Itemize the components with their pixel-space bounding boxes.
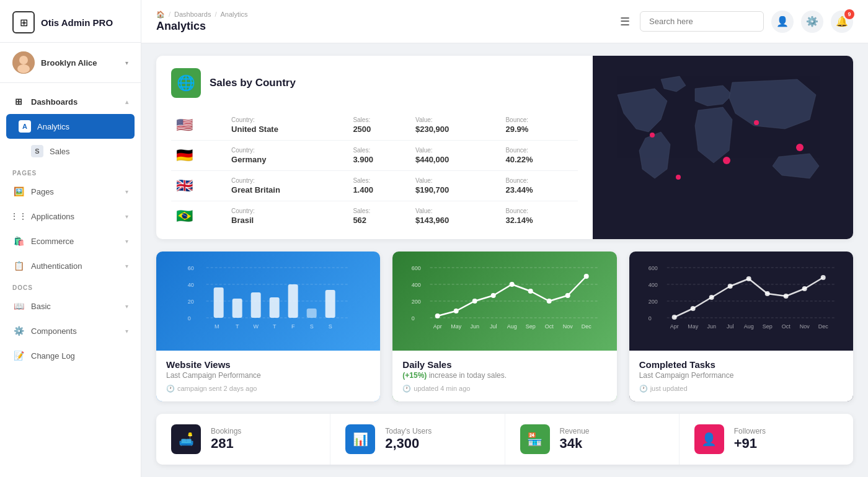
daily-sales-subtitle: (+15%) increase in today sales. xyxy=(402,371,606,380)
svg-rect-11 xyxy=(214,287,224,318)
page-title: Analytics xyxy=(156,20,206,33)
website-views-info: Website Views Last Campaign Performance … xyxy=(156,351,380,401)
table-row: 🇺🇸 Country: United State Sales: 2500 Val… xyxy=(171,110,578,141)
sidebar-item-dashboards[interactable]: ⊞ Dashboards ▴ xyxy=(0,89,141,114)
svg-point-63 xyxy=(746,276,751,281)
breadcrumb-dashboards[interactable]: Dashboards xyxy=(174,11,211,18)
value-label: Value: xyxy=(415,147,496,154)
value-amount: $230,900 xyxy=(415,125,496,134)
sidebar-item-authentication[interactable]: 📋 Authentication ▾ xyxy=(0,253,141,278)
table-row: 🇩🇪 Country: Germany Sales: 3.900 Value: … xyxy=(171,141,578,171)
sidebar: ⊞ Otis Admin PRO Brooklyn Alice ▾ ⊞ Dash… xyxy=(0,0,141,477)
bounce-rate: 29.9% xyxy=(505,125,573,134)
country-flag: 🇺🇸 xyxy=(176,117,193,133)
svg-point-59 xyxy=(671,315,676,320)
chevron-down-icon: ▾ xyxy=(125,188,128,195)
sidebar-item-analytics[interactable]: A Analytics xyxy=(6,114,135,139)
stats-row: 🛋️ Bookings 281 📊 Today's Users 2,300 🏪 … xyxy=(156,414,853,465)
stat-icon: 👤 xyxy=(694,424,724,454)
sales-table-section: 🌐 Sales by Country 🇺🇸 Country: United St… xyxy=(156,56,593,239)
svg-text:Apr: Apr xyxy=(670,323,678,330)
country-name: United State xyxy=(231,125,343,134)
country-name: Great Britain xyxy=(231,185,343,195)
value-amount: $190,700 xyxy=(415,185,496,195)
ecommerce-icon: 🛍️ xyxy=(12,235,25,247)
chevron-up-icon: ▴ xyxy=(125,98,128,105)
svg-text:200: 200 xyxy=(412,299,421,305)
stat-label: Revenue xyxy=(560,427,590,435)
stat-label: Followers xyxy=(734,427,766,435)
sidebar-nav: ⊞ Dashboards ▴ A Analytics S Sales PAGES… xyxy=(0,83,141,477)
svg-point-2 xyxy=(17,64,30,73)
sidebar-item-applications[interactable]: ⋮⋮ Applications ▾ xyxy=(0,204,141,229)
clock-icon: 🕐 xyxy=(166,385,175,393)
svg-text:Jun: Jun xyxy=(471,323,480,330)
svg-rect-15 xyxy=(288,284,298,318)
table-row: 🇬🇧 Country: Great Britain Sales: 1.400 V… xyxy=(171,171,578,201)
svg-text:S: S xyxy=(329,323,332,330)
sales-by-country-card: 🌐 Sales by Country 🇺🇸 Country: United St… xyxy=(156,56,853,239)
sidebar-item-components[interactable]: ⚙️ Components ▾ xyxy=(0,318,141,343)
breadcrumb-analytics[interactable]: Analytics xyxy=(220,11,247,18)
sales-map-section xyxy=(593,56,853,239)
daily-sales-title: Daily Sales xyxy=(402,359,606,370)
applications-icon: ⋮⋮ xyxy=(12,210,25,222)
svg-text:Oct: Oct xyxy=(781,323,790,330)
sales-value: 2500 xyxy=(353,125,405,134)
clock-icon: 🕐 xyxy=(639,385,648,393)
settings-icon[interactable]: ⚙️ xyxy=(801,11,823,33)
daily-sales-card: 600 400 200 0 xyxy=(392,252,616,401)
pages-section-label: PAGES xyxy=(0,164,141,179)
svg-point-39 xyxy=(547,299,552,304)
sidebar-user[interactable]: Brooklyn Alice ▾ xyxy=(0,43,141,83)
sidebar-item-basic[interactable]: 📖 Basic ▾ xyxy=(0,294,141,318)
country-label: Country: xyxy=(231,147,343,154)
svg-rect-12 xyxy=(232,299,242,318)
svg-text:May: May xyxy=(451,323,462,330)
svg-rect-14 xyxy=(270,297,280,318)
svg-text:Dec: Dec xyxy=(818,323,828,330)
user-profile-icon[interactable]: 👤 xyxy=(771,11,794,33)
svg-text:Dec: Dec xyxy=(582,323,592,330)
svg-text:Aug: Aug xyxy=(743,323,753,330)
sidebar-logo: ⊞ Otis Admin PRO xyxy=(0,0,141,43)
stat-value: 2,300 xyxy=(385,435,432,452)
svg-text:0: 0 xyxy=(188,315,191,322)
svg-point-62 xyxy=(727,284,732,289)
stat-item: 🏪 Revenue 34k xyxy=(505,414,680,465)
docs-section-label: DOCS xyxy=(0,278,141,294)
svg-text:May: May xyxy=(688,323,699,330)
chevron-down-icon: ▾ xyxy=(125,238,128,245)
website-views-timestamp: 🕐 campaign sent 2 days ago xyxy=(166,385,370,393)
svg-rect-13 xyxy=(251,292,261,318)
chevron-down-icon: ▾ xyxy=(125,263,128,269)
svg-text:Jun: Jun xyxy=(707,323,716,330)
svg-point-65 xyxy=(783,294,788,299)
home-icon: 🏠 xyxy=(156,11,165,19)
sidebar-item-changelog[interactable]: 📝 Change Log xyxy=(0,343,141,368)
sidebar-item-ecommerce[interactable]: 🛍️ Ecommerce ▾ xyxy=(0,229,141,253)
country-flag: 🇧🇷 xyxy=(176,208,193,224)
header-right: 👤 ⚙️ 🔔 9 xyxy=(640,11,853,33)
pages-icon: 🖼️ xyxy=(12,185,25,198)
svg-text:W: W xyxy=(253,323,259,330)
bounce-rate: 23.44% xyxy=(505,185,573,195)
sidebar-item-pages[interactable]: 🖼️ Pages ▾ xyxy=(0,179,141,204)
table-row: 🇧🇷 Country: Brasil Sales: 562 Value: $14… xyxy=(171,201,578,232)
charts-row: 60 40 20 0 M T xyxy=(156,252,853,401)
completed-tasks-info: Completed Tasks Last Campaign Performanc… xyxy=(629,351,853,401)
daily-sales-timestamp: 🕐 updated 4 min ago xyxy=(402,385,606,393)
sidebar-item-sales[interactable]: S Sales xyxy=(0,139,141,164)
svg-text:60: 60 xyxy=(188,265,194,271)
hamburger-icon[interactable]: ☰ xyxy=(620,15,630,28)
authentication-icon: 📋 xyxy=(12,260,25,272)
notifications-icon[interactable]: 🔔 9 xyxy=(831,11,853,33)
completed-tasks-title: Completed Tasks xyxy=(639,359,843,370)
svg-point-37 xyxy=(510,282,515,287)
search-input[interactable] xyxy=(640,11,764,32)
svg-text:200: 200 xyxy=(648,299,657,305)
value-amount: $143,960 xyxy=(415,216,496,225)
value-label: Value: xyxy=(415,208,496,214)
svg-text:20: 20 xyxy=(188,299,194,305)
user-name: Brooklyn Alice xyxy=(41,58,119,68)
